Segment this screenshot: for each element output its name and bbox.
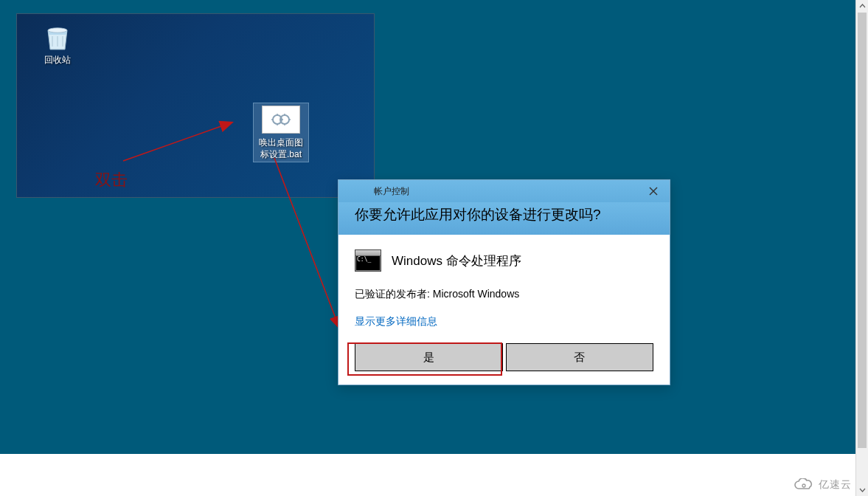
vertical-scrollbar[interactable] [855,0,868,496]
recycle-bin-desktop-icon[interactable]: 回收站 [32,21,83,66]
scroll-track[interactable] [856,13,868,483]
watermark-cloud-icon [794,478,814,492]
scroll-up-button[interactable] [856,0,868,13]
uac-dialog: 帐户控制 你要允许此应用对你的设备进行更改吗? C:\_ Windows 命令处… [338,179,670,385]
bat-file-thumb-icon [262,106,300,134]
no-button[interactable]: 否 [506,343,654,371]
annotation-double-click: 双击 [95,169,128,191]
chevron-down-icon [859,486,866,493]
bat-file-desktop-icon[interactable]: 唤出桌面图标设置.bat [253,103,309,162]
yes-button[interactable]: 是 [355,343,503,371]
uac-publisher-text: 已验证的发布者: Microsoft Windows [355,288,653,301]
desktop-screenshot: 回收站 唤出桌面图标设置.bat 双击 [16,13,375,198]
watermark: 亿速云 [794,478,852,492]
uac-app-name: Windows 命令处理程序 [392,252,521,269]
svg-point-0 [48,28,67,32]
scroll-thumb[interactable] [858,13,867,448]
chevron-up-icon [859,3,866,10]
bat-file-label: 唤出桌面图标设置.bat [255,137,307,160]
cmd-icon: C:\_ [355,249,381,272]
uac-header: 你要允许此应用对你的设备进行更改吗? [338,202,670,235]
page-background: 回收站 唤出桌面图标设置.bat 双击 [0,0,855,454]
uac-button-row: 是 否 [355,343,653,371]
recycle-bin-icon [42,21,73,52]
uac-body: C:\_ Windows 命令处理程序 已验证的发布者: Microsoft W… [338,235,670,385]
watermark-text: 亿速云 [819,478,852,492]
scroll-down-button[interactable] [856,483,868,496]
uac-titlebar: 帐户控制 [338,180,670,202]
recycle-bin-label: 回收站 [32,54,83,66]
uac-app-row: C:\_ Windows 命令处理程序 [355,249,653,272]
uac-titlebar-text: 帐户控制 [374,185,409,198]
close-button[interactable] [637,181,670,202]
svg-point-14 [802,484,805,487]
uac-question-text: 你要允许此应用对你的设备进行更改吗? [355,205,653,224]
uac-details-link[interactable]: 显示更多详细信息 [355,315,437,328]
close-icon [649,187,658,196]
